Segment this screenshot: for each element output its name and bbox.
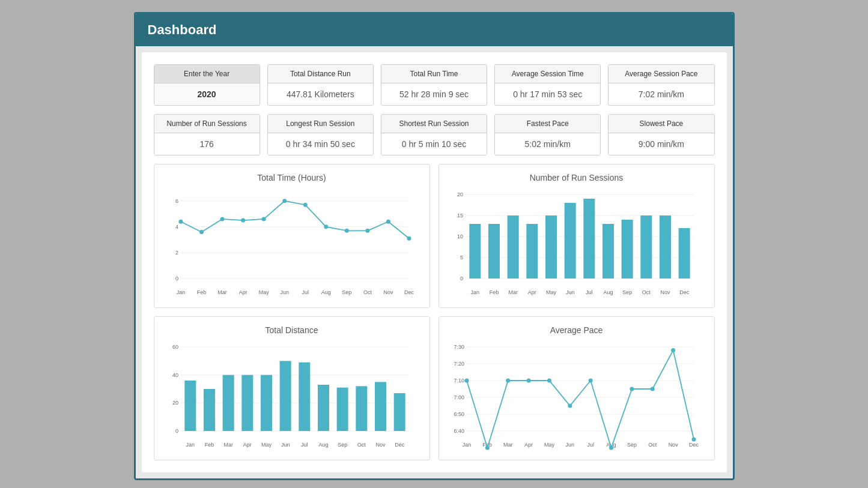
svg-point-123 <box>485 446 489 450</box>
svg-text:May: May <box>261 442 272 448</box>
stat-value: 0 hr 5 min 10 sec <box>381 133 487 155</box>
svg-text:7:30: 7:30 <box>454 344 464 350</box>
stat-label: Average Session Pace <box>609 65 714 83</box>
svg-text:40: 40 <box>172 372 178 378</box>
svg-text:Aug: Aug <box>603 289 613 295</box>
svg-text:Oct: Oct <box>648 442 657 448</box>
svg-point-21 <box>199 230 204 234</box>
svg-text:May: May <box>544 442 554 448</box>
svg-point-127 <box>568 404 572 408</box>
svg-point-133 <box>691 438 696 442</box>
svg-point-30 <box>386 220 390 224</box>
svg-text:15: 15 <box>457 212 463 218</box>
svg-text:Dec: Dec <box>395 442 405 448</box>
svg-text:6:50: 6:50 <box>454 411 464 417</box>
svg-text:Nov: Nov <box>375 442 386 448</box>
dashboard-content: Enter the Year2020Total Distance Run447.… <box>142 52 727 472</box>
svg-text:Jan: Jan <box>470 289 479 295</box>
svg-rect-62 <box>660 215 671 279</box>
stat-label: Enter the Year <box>154 65 259 83</box>
stat-card: Total Distance Run447.81 Kilometers <box>267 64 374 106</box>
svg-text:Jun: Jun <box>565 442 574 448</box>
svg-text:10: 10 <box>457 233 463 239</box>
svg-text:Jan: Jan <box>462 442 471 448</box>
svg-rect-46 <box>507 215 518 279</box>
total-distance-chart: Total Distance 0204060JanFebMarAprMayJun… <box>154 316 430 460</box>
stat-card: Longest Run Session0 hr 34 min 50 sec <box>267 114 374 155</box>
svg-point-132 <box>671 348 675 352</box>
svg-point-24 <box>261 217 266 221</box>
svg-text:Apr: Apr <box>238 289 247 295</box>
stat-label: Average Session Time <box>495 65 600 83</box>
svg-text:Feb: Feb <box>489 289 499 295</box>
svg-text:Oct: Oct <box>357 442 366 448</box>
stat-value: 0 hr 17 min 53 sec <box>495 83 600 105</box>
svg-rect-58 <box>621 220 633 279</box>
svg-text:Jul: Jul <box>301 442 308 448</box>
svg-text:Nov: Nov <box>660 289 670 295</box>
svg-text:Nov: Nov <box>668 442 678 448</box>
svg-text:Sep: Sep <box>342 289 351 295</box>
svg-point-131 <box>650 387 654 391</box>
total-distance-title: Total Distance <box>163 325 421 335</box>
svg-text:Oct: Oct <box>363 289 372 295</box>
svg-rect-90 <box>336 388 348 431</box>
svg-point-29 <box>365 229 369 233</box>
svg-point-28 <box>344 229 348 233</box>
svg-text:May: May <box>545 289 556 295</box>
stat-value: 176 <box>154 133 259 155</box>
svg-text:7:20: 7:20 <box>454 361 464 367</box>
svg-text:Mar: Mar <box>508 289 518 295</box>
svg-text:6:40: 6:40 <box>454 428 464 434</box>
svg-point-130 <box>630 387 634 391</box>
svg-text:Nov: Nov <box>383 289 393 295</box>
svg-text:Jul: Jul <box>587 442 594 448</box>
svg-text:Jun: Jun <box>280 289 289 295</box>
stat-label: Total Run Time <box>381 65 487 83</box>
svg-text:Dec: Dec <box>679 289 690 295</box>
svg-rect-84 <box>279 361 291 431</box>
svg-text:Mar: Mar <box>217 289 227 295</box>
svg-text:May: May <box>258 289 269 295</box>
stat-value: 5:02 min/km <box>495 133 600 155</box>
stat-label: Slowest Pace <box>609 115 714 133</box>
stat-card: Average Session Time0 hr 17 min 53 sec <box>494 64 601 106</box>
svg-point-128 <box>588 379 592 383</box>
svg-point-25 <box>282 199 287 203</box>
svg-rect-76 <box>204 389 215 431</box>
svg-rect-78 <box>222 375 234 431</box>
svg-point-129 <box>609 446 613 450</box>
svg-text:0: 0 <box>460 276 463 282</box>
svg-text:Jan: Jan <box>176 289 185 295</box>
svg-text:Apr: Apr <box>243 442 251 448</box>
stat-card: Slowest Pace9:00 min/km <box>608 114 714 155</box>
svg-rect-74 <box>184 381 196 431</box>
svg-text:Sep: Sep <box>627 442 636 448</box>
total-time-chart: Total Time (Hours) 0246JanFebMarAprMayJu… <box>154 164 430 308</box>
dashboard-title: Dashboard <box>148 22 217 37</box>
run-sessions-title: Number of Run Sessions <box>448 173 706 182</box>
svg-rect-50 <box>545 215 557 279</box>
svg-text:Feb: Feb <box>204 442 214 448</box>
svg-rect-44 <box>488 224 500 279</box>
svg-point-122 <box>464 379 469 383</box>
dashboard-container: Dashboard Enter the Year2020Total Distan… <box>134 12 735 480</box>
svg-rect-80 <box>241 375 253 431</box>
svg-text:2: 2 <box>175 250 178 256</box>
svg-rect-94 <box>375 382 386 431</box>
svg-rect-64 <box>678 228 690 279</box>
svg-text:Jun: Jun <box>565 289 574 295</box>
svg-text:Sep: Sep <box>338 442 347 448</box>
svg-text:Dec: Dec <box>404 289 414 295</box>
svg-text:Aug: Aug <box>321 289 330 295</box>
svg-text:5: 5 <box>460 255 463 261</box>
svg-rect-48 <box>526 224 538 279</box>
stat-value[interactable]: 2020 <box>154 83 259 105</box>
charts-grid: Total Time (Hours) 0246JanFebMarAprMayJu… <box>154 164 715 460</box>
svg-point-126 <box>547 379 551 383</box>
svg-text:Sep: Sep <box>622 289 632 295</box>
svg-text:Dec: Dec <box>688 442 699 448</box>
svg-text:Jul: Jul <box>586 289 593 295</box>
dashboard-header: Dashboard <box>136 14 733 46</box>
stat-card: Enter the Year2020 <box>154 64 260 106</box>
